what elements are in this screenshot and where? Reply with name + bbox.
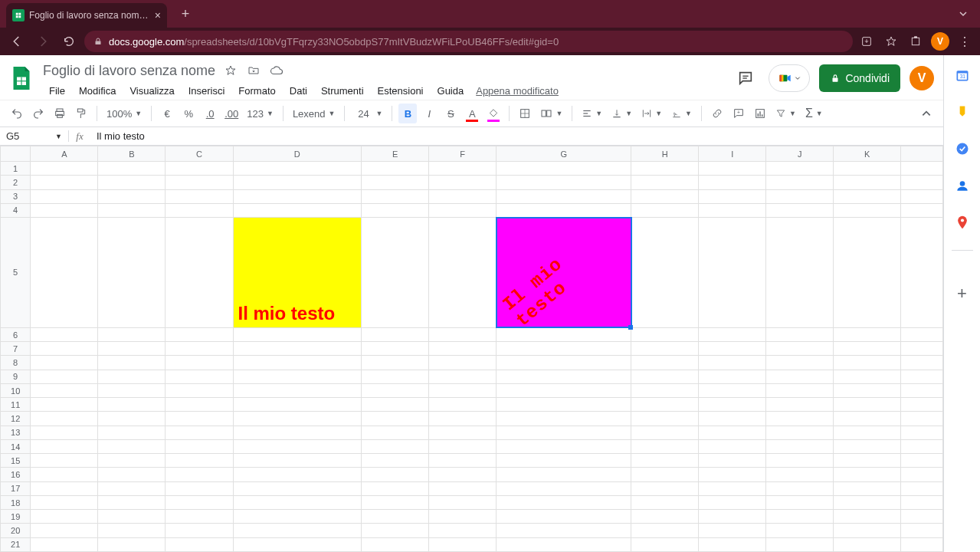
document-title[interactable]: Foglio di lavoro senza nome: [43, 63, 215, 79]
cell-E21[interactable]: [362, 537, 429, 551]
cell-K16[interactable]: [834, 468, 901, 481]
cell-20[interactable]: [901, 524, 943, 537]
cell-E15[interactable]: [362, 454, 429, 468]
col-header-C[interactable]: C: [166, 146, 233, 162]
cell-F11[interactable]: [429, 398, 497, 412]
cell-C17[interactable]: [166, 481, 233, 495]
cell-K12[interactable]: [834, 412, 901, 426]
cell-B13[interactable]: [98, 426, 166, 439]
cell-E19[interactable]: [362, 510, 429, 524]
cell-I8[interactable]: [699, 356, 766, 370]
cell-C9[interactable]: [166, 370, 233, 383]
cell-B9[interactable]: [98, 370, 166, 383]
cell-F4[interactable]: [429, 203, 497, 217]
cell-H10[interactable]: [631, 383, 699, 397]
col-header-E[interactable]: E: [362, 146, 429, 162]
cell-13[interactable]: [901, 426, 943, 439]
cell-I5[interactable]: [699, 218, 766, 328]
cell-J18[interactable]: [766, 495, 834, 509]
cell-E5[interactable]: [362, 218, 429, 328]
col-header-K[interactable]: K: [834, 146, 901, 162]
cell-H9[interactable]: [631, 370, 699, 383]
cell-6[interactable]: [901, 327, 943, 341]
cell-I7[interactable]: [699, 342, 766, 356]
cell-G5[interactable]: Il mio testo: [497, 218, 631, 328]
redo-button[interactable]: [29, 104, 48, 123]
cell-B12[interactable]: [98, 412, 166, 426]
cell-H3[interactable]: [631, 189, 699, 203]
cell-D9[interactable]: [233, 370, 362, 383]
font-family-select[interactable]: Lexend▼: [290, 108, 339, 120]
paint-format-button[interactable]: [72, 104, 90, 123]
cell-E16[interactable]: [362, 468, 429, 481]
row-header-1[interactable]: 1: [1, 162, 31, 176]
print-button[interactable]: [51, 104, 69, 123]
cell-G9[interactable]: [497, 370, 631, 383]
cell-G18[interactable]: [497, 495, 631, 509]
cell-B6[interactable]: [98, 327, 166, 341]
cell-D5[interactable]: Il mio testo: [233, 218, 362, 328]
cell-C8[interactable]: [166, 356, 233, 370]
cell-J10[interactable]: [766, 383, 834, 397]
cell-D19[interactable]: [233, 510, 362, 524]
menu-extensions[interactable]: Estensioni: [372, 84, 430, 98]
cell-K19[interactable]: [834, 510, 901, 524]
tasks-icon[interactable]: [953, 140, 972, 158]
cloud-icon[interactable]: [269, 63, 284, 78]
cell-K8[interactable]: [834, 356, 901, 370]
cell-J9[interactable]: [766, 370, 834, 383]
cell-D14[interactable]: [233, 439, 362, 453]
increase-decimal-button[interactable]: .00: [222, 104, 241, 123]
cell-I6[interactable]: [699, 327, 766, 341]
cell-F21[interactable]: [429, 537, 497, 551]
cell-J15[interactable]: [766, 454, 834, 468]
cell-I2[interactable]: [699, 176, 766, 189]
align-h-button[interactable]: ▼: [578, 108, 605, 119]
comment-button[interactable]: +: [729, 104, 748, 123]
cell-C18[interactable]: [166, 495, 233, 509]
font-size-select[interactable]: 24▼: [351, 108, 385, 120]
cell-D7[interactable]: [233, 342, 362, 356]
row-header-14[interactable]: 14: [1, 439, 31, 453]
cell-B5[interactable]: [98, 218, 166, 328]
extensions-icon[interactable]: [906, 32, 925, 51]
cell-H19[interactable]: [631, 510, 699, 524]
text-rotation-button[interactable]: A▼: [668, 108, 695, 119]
cell-K15[interactable]: [834, 454, 901, 468]
cell-J16[interactable]: [766, 468, 834, 481]
cell-A16[interactable]: [31, 468, 98, 481]
cell-D2[interactable]: [233, 176, 362, 189]
cell-G11[interactable]: [497, 398, 631, 412]
cell-H15[interactable]: [631, 454, 699, 468]
cell-F5[interactable]: [429, 218, 497, 328]
contacts-icon[interactable]: [953, 176, 972, 195]
cell-K4[interactable]: [834, 203, 901, 217]
align-v-button[interactable]: ▼: [608, 108, 635, 119]
cell-J3[interactable]: [766, 189, 834, 203]
cell-J11[interactable]: [766, 398, 834, 412]
cell-D13[interactable]: [233, 426, 362, 439]
cell-F2[interactable]: [429, 176, 497, 189]
cell-K7[interactable]: [834, 342, 901, 356]
cell-F15[interactable]: [429, 454, 497, 468]
cell-H2[interactable]: [631, 176, 699, 189]
cell-H4[interactable]: [631, 203, 699, 217]
decrease-decimal-button[interactable]: .0: [201, 104, 219, 123]
cell-H12[interactable]: [631, 412, 699, 426]
cell-K20[interactable]: [834, 524, 901, 537]
cell-J8[interactable]: [766, 356, 834, 370]
cell-C5[interactable]: [166, 218, 233, 328]
cell-G17[interactable]: [497, 481, 631, 495]
cell-I1[interactable]: [699, 162, 766, 176]
cell-I18[interactable]: [699, 495, 766, 509]
cell-F20[interactable]: [429, 524, 497, 537]
cell-G12[interactable]: [497, 412, 631, 426]
row-header-7[interactable]: 7: [1, 342, 31, 356]
cell-E12[interactable]: [362, 412, 429, 426]
cell-H17[interactable]: [631, 481, 699, 495]
cell-J20[interactable]: [766, 524, 834, 537]
undo-button[interactable]: [8, 104, 26, 123]
borders-button[interactable]: [516, 104, 534, 123]
cell-A3[interactable]: [31, 189, 98, 203]
cell-K9[interactable]: [834, 370, 901, 383]
